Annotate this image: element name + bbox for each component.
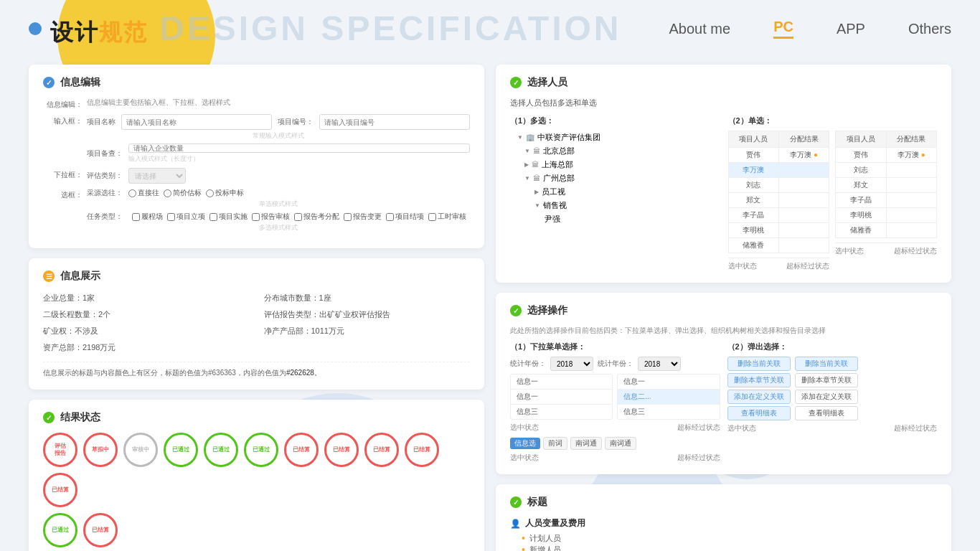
person-icon: 👤 (510, 519, 521, 529)
ie-input-label: 输入框： (43, 114, 83, 126)
ie-dropdown-content: 评估类别： 请选择 (87, 168, 470, 184)
popup-btn-delete-current[interactable]: 删除当前关联 (727, 357, 791, 371)
stamp-12: 已通过 (43, 513, 77, 547)
table-row-s[interactable]: 贾伟 李万澳 ● (836, 148, 937, 163)
nav-others[interactable]: Others (908, 21, 951, 37)
rating-select[interactable]: 请选择 (128, 168, 186, 184)
popup-btn-view-detail[interactable]: 查看明细表 (727, 406, 791, 420)
tree-shanghai[interactable]: ▶ 🏛 上海总部 (510, 158, 720, 171)
info-industry: 矿业权：不涉及 (43, 324, 250, 338)
table-row[interactable]: 郑文 (728, 193, 829, 208)
popup-btn-delete-chapter[interactable]: 删除本章节关联 (727, 373, 791, 387)
tree-yinqiang-label: 尹强 (545, 214, 560, 224)
nav-pc[interactable]: PC (773, 19, 793, 39)
task-5[interactable]: 报告考分配 (294, 212, 339, 222)
popup-btn-add-def[interactable]: 添加在定义关联 (727, 390, 791, 404)
task-6[interactable]: 报告变更 (344, 212, 382, 222)
dd-item-2-1[interactable]: 信息一 (618, 375, 719, 390)
dropdown-status-bar: 选中状态 超标经过状态 (510, 423, 720, 433)
radio-bid[interactable]: 投标申标 (206, 188, 244, 198)
tables-row: 项目人员 分配结果 贾伟 李万澳 ● (728, 131, 938, 271)
dropdown-title: （1）下拉菜单选择： (510, 342, 720, 352)
table-row-s[interactable]: 刘志 (836, 163, 937, 178)
result-cell-s (886, 163, 936, 178)
org-icon-shanghai: 🏛 (532, 161, 539, 169)
tree-employee[interactable]: ▶ 员工视 (510, 185, 720, 199)
info-enterprise: 企业总量：1家 (43, 291, 250, 305)
year-select-1[interactable]: 2018 (550, 357, 593, 371)
task-8[interactable]: 工时审核 (428, 212, 466, 222)
single-format-hint: 单选模式样式 (87, 199, 470, 209)
dd-item-1-1[interactable]: 信息一 (511, 375, 612, 390)
tree-yinqiang[interactable]: 尹强 (510, 212, 720, 224)
tree-beijing[interactable]: ▼ 🏛 北京总部 (510, 144, 720, 158)
popup-btn-view-detail-r[interactable]: 查看明细表 (795, 406, 858, 420)
project-name-label: 项目名称 (87, 117, 116, 127)
header-left: 设计规范 DESIGN SPECIFICATION (29, 9, 622, 49)
task-4[interactable]: 报告审核 (252, 212, 290, 222)
stamp-4: 已通过 (164, 433, 198, 467)
ie-section-label: 信息编辑： (43, 98, 83, 110)
rating-row: 评估类别： 请选择 (87, 168, 470, 184)
popup-btn-delete-chapter-r[interactable]: 删除本章节关联 (795, 373, 858, 387)
table-row-s[interactable]: 李子晶 (836, 193, 937, 208)
dd-item-2-3[interactable]: 信息三 (618, 405, 719, 419)
table-row[interactable]: 李明桃 (728, 223, 829, 238)
radio-simple[interactable]: 简价估标 (164, 188, 202, 198)
tree-shanghai-label: 上海总部 (542, 159, 573, 170)
arrow-sales: ▼ (534, 202, 540, 209)
title-card: ✓ 标题 👤 人员变量及费用 • 计划人员 • 新增人员 标题包括大标题和子标题… (496, 484, 951, 551)
popup-status-bar: 选中状态 超标经过状态 (727, 423, 938, 433)
tree-sales[interactable]: ▼ 销售视 (510, 199, 720, 212)
table-row-s[interactable]: 郑文 (836, 178, 937, 193)
dd-item-1-2[interactable]: 信息一 (511, 390, 612, 405)
source-row: 采源选往： 直接往 简价估标 投标申标 (87, 188, 470, 198)
task-7[interactable]: 项目结项 (386, 212, 424, 222)
person-cell: 贾伟 (728, 148, 778, 163)
table-row[interactable]: 刘志 (728, 178, 829, 193)
title-highlight: 规范 (99, 19, 148, 45)
stamp-1: 评估报告 (43, 433, 77, 467)
nav-app[interactable]: APP (837, 21, 865, 37)
radio-direct[interactable]: 直接往 (128, 188, 159, 198)
popup-btn-delete-current-r[interactable]: 删除当前关联 (795, 357, 858, 371)
ie-input-section: 输入框： 项目名称 项目编号： 常规输入模式样式 项目备查： (43, 114, 470, 164)
task-3[interactable]: 项目实施 (209, 212, 248, 222)
popup-status-1: 选中状态 (727, 423, 756, 433)
select-ops-title: 选择操作 (527, 304, 567, 317)
table-row-s[interactable]: 储雅香 (836, 223, 937, 238)
dd-item-1-3[interactable]: 信息三 (511, 405, 612, 419)
tag-3: 南词通 (605, 437, 636, 450)
popup-btn-add-def-r[interactable]: 添加在定义关联 (795, 390, 858, 404)
project-name-input[interactable] (121, 114, 272, 130)
project-desc-input[interactable] (128, 143, 470, 153)
dot-orange-s: ● (921, 151, 925, 159)
table-row-selected[interactable]: 李万澳 (728, 163, 829, 178)
org-icon-beijing: 🏛 (533, 147, 540, 155)
info-display-icon: ☰ (43, 270, 55, 282)
status-selected: 选中状态 (728, 261, 757, 271)
table-row[interactable]: 李子晶 (728, 208, 829, 223)
dropdown-menu-1: 信息一 信息一 信息三 (510, 374, 613, 420)
tree-guangzhou[interactable]: ▼ 🏛 广州总部 (510, 171, 720, 185)
table-row[interactable]: 贾伟 李万澳 ● (728, 148, 829, 163)
ie-inputs-row: 项目名称 项目编号： (87, 114, 470, 130)
stamp-2: 草拟中 (83, 433, 118, 467)
year-select-2[interactable]: 2018 (638, 357, 681, 371)
col-person-s: 项目人员 (836, 131, 886, 148)
task-2[interactable]: 项目立项 (167, 212, 205, 222)
project-num-input[interactable] (319, 114, 470, 130)
result-cell: 李万澳 ● (778, 148, 829, 163)
result-status-card: ✓ 结果状态 评估报告 草拟中 审核中 已通过 已通过 已通过 已结算 已结算 … (29, 400, 484, 551)
multi-status-bar: 选中状态 超标经过状态 (728, 258, 830, 271)
stamp-13: 已结算 (83, 513, 118, 547)
result-status-icon: ✓ (43, 412, 55, 423)
tree-guangzhou-label: 广州总部 (543, 173, 575, 184)
table-row[interactable]: 储雅香 (728, 238, 829, 253)
table-row-s[interactable]: 李明桃 (836, 208, 937, 223)
task-1[interactable]: 履程场 (132, 212, 163, 222)
dd-item-2-2[interactable]: 信息二... (618, 390, 719, 405)
person-cell-s: 郑文 (836, 178, 886, 193)
bullet-plan: • (522, 532, 525, 544)
nav-about-me[interactable]: About me (669, 21, 731, 37)
